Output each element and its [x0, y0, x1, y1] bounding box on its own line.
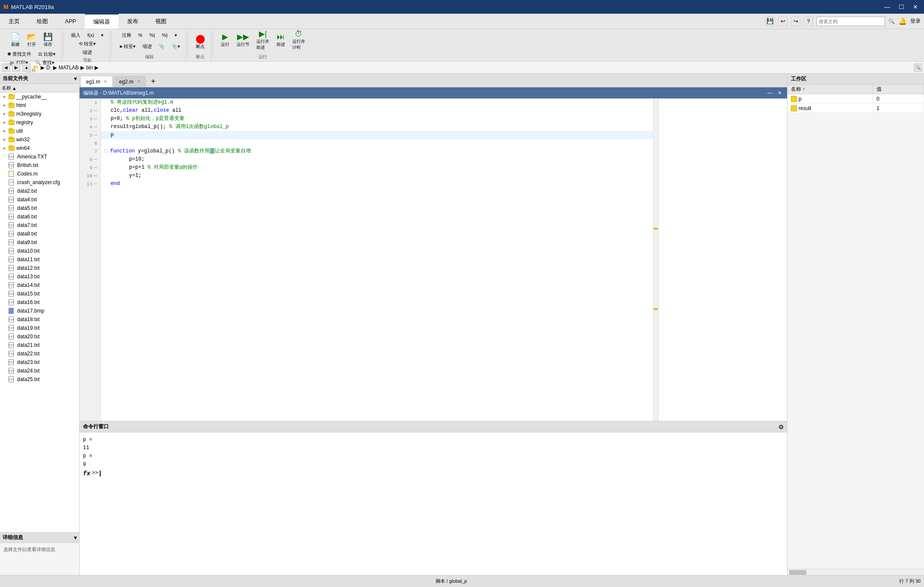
breakpoint-button[interactable]: ⬤ 断点	[193, 31, 208, 53]
code-editor[interactable]: 1 2 — 3 — 4 —	[80, 98, 658, 421]
list-item[interactable]: TXT data25.txt	[0, 375, 79, 384]
menu-plot[interactable]: 绘图	[28, 14, 56, 29]
list-item[interactable]: + win32	[0, 135, 79, 144]
list-item[interactable]: + html	[0, 101, 79, 110]
list-item[interactable]: TXT data7.txt	[0, 221, 79, 229]
tab-eg1[interactable]: eg1.m ✕	[80, 76, 113, 87]
login-label[interactable]: 登录	[910, 18, 921, 25]
vertical-scrollbar[interactable]	[653, 98, 658, 421]
ws-hscrollbar[interactable]	[787, 569, 924, 575]
list-item[interactable]: TXT data18.txt	[0, 315, 79, 324]
run-section-button[interactable]: ▶▶ 运行节	[234, 31, 253, 50]
close-button[interactable]: ✕	[910, 3, 921, 11]
editor-min-button[interactable]: —	[766, 90, 774, 96]
path-d[interactable]: D:	[46, 65, 51, 71]
expander-icon[interactable]: +	[2, 94, 7, 99]
list-item[interactable]: TXT data14.txt	[0, 281, 79, 289]
list-item[interactable]: TXT data4.txt	[0, 195, 79, 204]
comment-dropdown[interactable]: ▾	[172, 31, 180, 39]
tab-eg2[interactable]: eg2.m ✕	[113, 76, 146, 87]
workspace-row-result[interactable]: result 1	[787, 104, 924, 113]
list-item[interactable]: TXT data21.txt	[0, 341, 79, 349]
list-item[interactable]: Codes.m	[0, 170, 79, 178]
undo-icon[interactable]: ↩	[778, 17, 787, 26]
percent-close-button[interactable]: %}	[159, 31, 170, 39]
run-time-button[interactable]: ⏱ 运行并计时	[289, 31, 308, 50]
insert-button[interactable]: 插入	[68, 31, 83, 39]
code-line-7[interactable]: □ function y=global_p() % 该函数作用是让全局变量自增	[101, 147, 653, 155]
list-item[interactable]: + win64	[0, 144, 79, 152]
list-item[interactable]: TXT data10.txt	[0, 247, 79, 255]
indent2-button[interactable]: 缩进	[140, 42, 155, 51]
goto-button[interactable]: ⟲ 转至▾	[76, 39, 99, 48]
tab-eg1-close[interactable]: ✕	[104, 79, 107, 84]
list-item[interactable]: data17.bmp	[0, 307, 79, 315]
back-button[interactable]: ◀	[2, 63, 10, 72]
expander-icon[interactable]: +	[2, 146, 7, 151]
new-button[interactable]: 📄 新建	[8, 31, 23, 50]
percent-button[interactable]: %	[135, 31, 146, 39]
list-item[interactable]: TXT data24.txt	[0, 367, 79, 375]
list-item[interactable]: + registry	[0, 118, 79, 127]
list-item[interactable]: TXT data2.txt	[0, 187, 79, 195]
list-item[interactable]: TXT data20.txt	[0, 332, 79, 341]
list-item[interactable]: TXT data22.txt	[0, 349, 79, 358]
menu-publish[interactable]: 发布	[119, 14, 147, 29]
expander-icon[interactable]: +	[2, 120, 7, 125]
redo-icon[interactable]: ↪	[791, 17, 800, 26]
clip2-button[interactable]: 📎▾	[169, 42, 183, 51]
list-item[interactable]: TXT data16.txt	[0, 298, 79, 307]
advance-button[interactable]: ⏭ 前进	[273, 31, 288, 50]
find-file-button[interactable]: ✱ 查找文件	[4, 50, 34, 58]
list-item[interactable]: TXT data11.txt	[0, 255, 79, 264]
dropdown-button[interactable]: ▾	[98, 31, 107, 39]
expander-icon[interactable]: +	[2, 137, 7, 142]
code-line-4[interactable]: result=global_p(); % 调用1次函数global_p	[101, 123, 653, 131]
tab-eg2-close[interactable]: ✕	[137, 79, 140, 84]
path-bin[interactable]: bin	[86, 65, 93, 71]
address-search-button[interactable]: 🔍	[914, 63, 922, 72]
maximize-button[interactable]: ☐	[896, 3, 907, 11]
list-item[interactable]: TXT data9.txt	[0, 238, 79, 247]
file-panel-collapse[interactable]: ▾	[74, 76, 77, 82]
up-button[interactable]: ▲	[22, 63, 31, 72]
list-item[interactable]: TXT America.TXT	[0, 152, 79, 161]
notification-icon[interactable]: 🔔	[898, 17, 907, 25]
save-button[interactable]: 💾 保存	[40, 31, 56, 50]
ws-scroll-thumb[interactable]	[789, 570, 806, 575]
help-icon[interactable]: ?	[804, 17, 813, 26]
list-item[interactable]: TXT data19.txt	[0, 324, 79, 332]
path-matlab[interactable]: MATLAB	[59, 65, 79, 71]
menu-view[interactable]: 视图	[147, 14, 175, 29]
run-button[interactable]: ▶ 运行	[217, 31, 233, 50]
file-list[interactable]: + __pycache__ + html + m3iregistry + reg…	[0, 92, 79, 532]
expander-icon[interactable]: +	[2, 128, 7, 134]
cmd-content[interactable]: p = 11 p = 0 fx >>	[80, 432, 787, 575]
list-item[interactable]: TXT data6.txt	[0, 212, 79, 221]
list-item[interactable]: TXT data13.txt	[0, 272, 79, 281]
ws-col-name-header[interactable]: 名称 ↑	[787, 85, 873, 94]
save-toolbar-icon[interactable]: 💾	[765, 17, 775, 26]
list-item[interactable]: + util	[0, 127, 79, 135]
code-line-10[interactable]: y=1;	[101, 172, 653, 180]
jump-to-button[interactable]: ►转至▾	[116, 42, 139, 51]
comment-button[interactable]: 注释	[119, 31, 134, 39]
list-item[interactable]: TXT data15.txt	[0, 289, 79, 298]
menu-editor[interactable]: 编辑器	[85, 14, 119, 29]
cmd-prompt[interactable]: fx >>	[83, 469, 784, 478]
list-item[interactable]: TXT data8.txt	[0, 229, 79, 238]
list-item[interactable]: CFG crash_analyzer.cfg	[0, 178, 79, 187]
detail-collapse[interactable]: ▾	[74, 535, 77, 541]
ws-col-val-header[interactable]: 值	[873, 85, 924, 94]
percent-open-button[interactable]: %{	[146, 31, 158, 39]
compare-button[interactable]: ⚖ 比较▾	[35, 50, 59, 58]
code-line-5[interactable]: p	[101, 131, 653, 139]
expander-icon[interactable]: +	[2, 111, 7, 116]
expander-icon[interactable]: +	[2, 103, 7, 108]
code-line-8[interactable]: p=10;	[101, 155, 653, 164]
code-content[interactable]: % 将这段代码复制进eg1.m clc,clear all,close all …	[101, 98, 653, 421]
list-item[interactable]: + m3iregistry	[0, 110, 79, 118]
list-item[interactable]: TXT data5.txt	[0, 204, 79, 212]
search-input[interactable]	[817, 17, 885, 26]
code-line-1[interactable]: % 将这段代码复制进eg1.m	[101, 98, 653, 107]
